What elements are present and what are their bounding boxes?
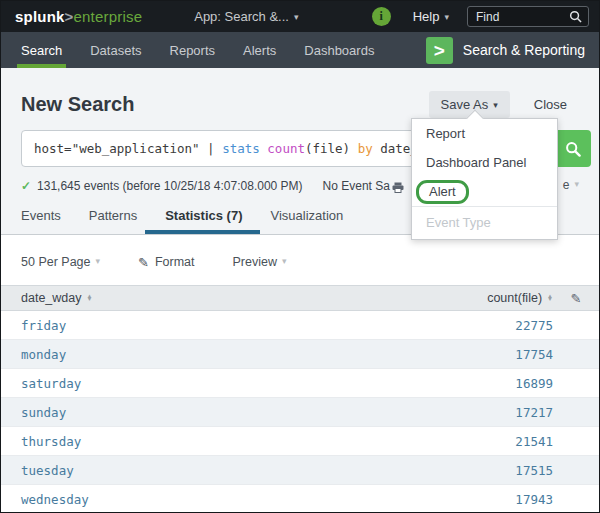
info-icon[interactable]: i: [372, 7, 391, 26]
table-row: sunday 17217: [1, 398, 599, 427]
column-header-edit[interactable]: ✎: [553, 286, 599, 311]
column-label: count(file): [487, 291, 542, 305]
cell-date-wday[interactable]: sunday: [1, 398, 277, 427]
cell-count[interactable]: 17754: [277, 340, 553, 369]
cell-count[interactable]: 17217: [277, 398, 553, 427]
cell-count[interactable]: 21541: [277, 427, 553, 456]
results-toolbar: 50 Per Page▾ ✎Format Preview▾: [1, 235, 599, 285]
close-button[interactable]: Close: [534, 97, 567, 112]
query-seg-modifier: by: [358, 141, 373, 156]
nav-item-dashboards[interactable]: Dashboards: [290, 32, 388, 68]
chevron-down-icon: ▾: [574, 179, 579, 189]
tab-visualization[interactable]: Visualization: [256, 197, 357, 234]
pencil-icon: ✎: [571, 291, 582, 306]
menu-item-dashboard-panel[interactable]: Dashboard Panel: [412, 148, 557, 177]
cell-edit: [553, 485, 599, 513]
table-row: friday 22775: [1, 311, 599, 340]
cell-edit: [553, 369, 599, 398]
column-header-date-wday[interactable]: date_wday ▲▼: [1, 286, 277, 311]
topbar-right: i Help▾: [372, 6, 589, 27]
table-row: wednesday 17943: [1, 485, 599, 513]
cell-edit: [553, 427, 599, 456]
sort-icon[interactable]: ▲▼: [547, 295, 553, 302]
table-row: saturday 16899: [1, 369, 599, 398]
menu-item-alert[interactable]: Alert: [412, 177, 557, 206]
menu-item-report[interactable]: Report: [412, 119, 557, 148]
save-as-dropdown: Report Dashboard Panel Alert Event Type: [411, 118, 558, 240]
event-count-summary: 131,645 events (before 10/25/18 4:07:08.…: [37, 179, 303, 193]
cell-count[interactable]: 17515: [277, 456, 553, 485]
per-page-menu[interactable]: 50 Per Page▾: [21, 255, 100, 269]
app-menu-label: App: Search &...: [194, 9, 289, 24]
logo-product: enterprise: [74, 8, 143, 25]
nav-item-search[interactable]: Search: [7, 32, 76, 68]
cell-date-wday[interactable]: wednesday: [1, 485, 277, 513]
logo-brand: splunk: [15, 8, 65, 25]
cell-date-wday[interactable]: thursday: [1, 427, 277, 456]
tab-events[interactable]: Events: [21, 197, 75, 234]
preview-label: Preview: [233, 255, 277, 269]
logo-caret: >: [65, 8, 74, 25]
nav-item-reports[interactable]: Reports: [156, 32, 230, 68]
cell-count[interactable]: 22775: [277, 311, 553, 340]
query-seg-command: stats: [222, 141, 260, 156]
app-menu[interactable]: App: Search &...▾: [194, 9, 298, 24]
chevron-down-icon: ▾: [444, 12, 449, 22]
chevron-down-icon: ▾: [493, 100, 498, 110]
tab-patterns[interactable]: Patterns: [75, 197, 151, 234]
save-as-label: Save As: [441, 97, 489, 112]
cell-count[interactable]: 17943: [277, 485, 553, 513]
cell-edit: [553, 456, 599, 485]
search-icon: [565, 141, 581, 157]
help-menu[interactable]: Help▾: [413, 9, 449, 24]
cell-date-wday[interactable]: friday: [1, 311, 277, 340]
query-seg-function: count: [267, 141, 305, 156]
alert-highlight-ring: Alert: [416, 180, 469, 204]
tab-statistics[interactable]: Statistics (7): [151, 197, 256, 234]
format-label: Format: [155, 255, 195, 269]
run-search-button[interactable]: [555, 130, 591, 167]
top-bar: splunk>enterprise App: Search &...▾ i He…: [1, 1, 599, 32]
chevron-down-icon: ▾: [96, 256, 101, 266]
search-mode-menu[interactable]: e▾: [563, 178, 579, 192]
nav-item-datasets[interactable]: Datasets: [76, 32, 155, 68]
query-seg-plain: (file): [305, 141, 358, 156]
column-label: date_wday: [21, 291, 81, 305]
search-icon[interactable]: [569, 10, 582, 23]
cell-edit: [553, 340, 599, 369]
column-header-count-file[interactable]: count(file) ▲▼: [277, 286, 553, 311]
find-box: [467, 6, 589, 27]
cell-count[interactable]: 16899: [277, 369, 553, 398]
event-sampling-menu[interactable]: No Event Sa: [323, 179, 404, 193]
table-row: monday 17754: [1, 340, 599, 369]
statistics-table: date_wday ▲▼ count(file) ▲▼ ✎ friday: [1, 285, 599, 513]
preview-menu[interactable]: Preview▾: [233, 255, 287, 269]
cell-date-wday[interactable]: saturday: [1, 369, 277, 398]
cell-date-wday[interactable]: monday: [1, 340, 277, 369]
menu-item-event-type: Event Type: [412, 206, 557, 239]
table-row: thursday 21541: [1, 427, 599, 456]
table-row: tuesday 17515: [1, 456, 599, 485]
app-icon[interactable]: >: [426, 37, 453, 64]
nav-item-alerts[interactable]: Alerts: [229, 32, 290, 68]
per-page-label: 50 Per Page: [21, 255, 91, 269]
cell-edit: [553, 311, 599, 340]
splunk-logo[interactable]: splunk>enterprise: [15, 8, 142, 25]
printer-icon[interactable]: [392, 182, 404, 193]
event-sampling-label: No Event Sa: [323, 179, 390, 193]
check-icon: ✓: [21, 179, 31, 193]
app-identity: > Search & Reporting: [426, 32, 599, 68]
cell-edit: [553, 398, 599, 427]
sort-icon[interactable]: ▲▼: [86, 295, 92, 302]
query-seg-plain: host="web_application" |: [34, 141, 222, 156]
search-mode-fragment: e: [563, 178, 570, 192]
page-title: New Search: [21, 93, 429, 116]
format-button[interactable]: ✎Format: [138, 255, 195, 270]
nav-bar: Search Datasets Reports Alerts Dashboard…: [1, 32, 599, 68]
app-name: Search & Reporting: [463, 42, 585, 58]
pencil-icon: ✎: [138, 255, 149, 270]
find-input[interactable]: [474, 9, 569, 25]
help-label: Help: [413, 9, 440, 24]
cell-date-wday[interactable]: tuesday: [1, 456, 277, 485]
chevron-down-icon: ▾: [294, 12, 299, 22]
